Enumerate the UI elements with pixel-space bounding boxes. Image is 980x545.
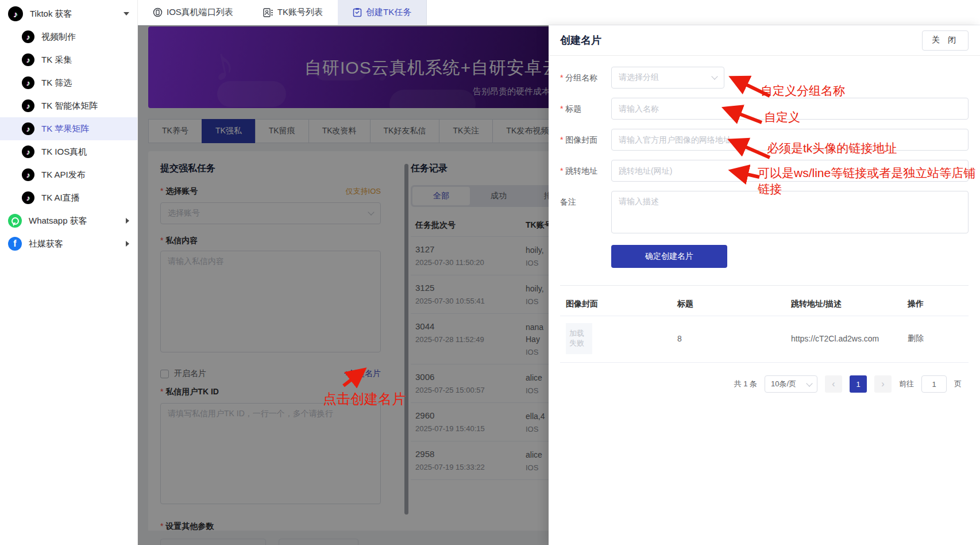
sidebar-item-tiktok-root[interactable]: ♪ Tiktok 获客 [0, 2, 137, 25]
drawer-title: 创建名片 [560, 33, 601, 47]
remark-textarea[interactable] [611, 191, 969, 233]
sidebar-item-tk-agent-matrix[interactable]: ♪ TK 智能体矩阵 [0, 94, 137, 117]
tiktok-icon: ♪ [22, 145, 34, 158]
sidebar-item-social-media[interactable]: f 社媒获客 [0, 232, 137, 255]
tab-create-tk-task[interactable]: 创建TK任务 [338, 0, 427, 25]
goto-unit: 页 [954, 379, 962, 389]
next-page-button[interactable]: › [874, 375, 892, 393]
remark-label: 备注 [560, 191, 611, 236]
col-title: 标题 [677, 299, 791, 309]
card-title-cell: 8 [677, 334, 791, 343]
account-card-icon [263, 8, 273, 17]
sidebar-item-tk-collect[interactable]: ♪ TK 采集 [0, 48, 137, 71]
tab-ios-device-ports[interactable]: IOS真机端口列表 [138, 0, 248, 25]
chevron-right-icon [126, 218, 129, 224]
confirm-create-card-button[interactable]: 确定创建名片 [611, 245, 727, 268]
tiktok-icon: ♪ [22, 122, 34, 135]
col-cover: 图像封面 [560, 299, 677, 309]
chevron-down-icon [711, 73, 717, 79]
card-list-table: 图像封面 标题 跳转地址/描述 操作 加载失败 8 https://cT2Cl.… [560, 293, 969, 363]
pagination: 共 1 条 10条/页 ‹ 1 › 前往 页 [560, 375, 969, 393]
tiktok-icon: ♪ [22, 168, 34, 181]
sidebar-item-tk-api-publish[interactable]: ♪ TK API发布 [0, 163, 137, 186]
annotation-create-card: 点击创建名片 [323, 390, 406, 408]
annotation-title: 自定义 [764, 109, 800, 125]
divider [560, 285, 969, 286]
annotation-jump-url: 可以是ws/line等链接或者是独立站等店铺链接 [758, 165, 977, 197]
cover-load-failed: 加载失败 [566, 323, 592, 354]
top-tab-bar: IOS真机端口列表 TK账号列表 创建TK任务 [138, 0, 980, 25]
jump-url-label: 跳转地址 [560, 160, 611, 182]
goto-page-input[interactable] [921, 375, 947, 393]
task-clipboard-icon [353, 7, 362, 17]
annotation-group-name: 自定义分组名称 [761, 83, 845, 99]
chevron-right-icon [126, 241, 129, 247]
sidebar-item-tk-apple-matrix[interactable]: ♪ TK 苹果矩阵 [0, 117, 137, 140]
whatsapp-icon [8, 214, 22, 228]
card-url-cell: https://cT2Cl.ad2ws.com [791, 334, 908, 343]
device-icon [153, 7, 163, 17]
tiktok-icon: ♪ [22, 76, 34, 89]
col-action: 操作 [908, 299, 969, 309]
chevron-down-icon [806, 380, 812, 386]
tab-tk-account-list[interactable]: TK账号列表 [248, 0, 338, 25]
tiktok-icon: ♪ [22, 53, 34, 66]
delete-button[interactable]: 删除 [908, 333, 924, 343]
table-row: 加载失败 8 https://cT2Cl.ad2ws.com 删除 [560, 316, 969, 363]
prev-page-button[interactable]: ‹ [825, 375, 842, 393]
title-label: 标题 [560, 98, 611, 120]
page-size-select[interactable]: 10条/页 [765, 375, 817, 393]
total-count: 共 1 条 [734, 379, 757, 389]
sidebar-item-label: Tiktok 获客 [30, 9, 72, 20]
facebook-icon: f [8, 237, 22, 251]
col-url: 跳转地址/描述 [791, 299, 908, 309]
sidebar-item-tk-ios-device[interactable]: ♪ TK IOS真机 [0, 140, 137, 163]
sidebar-item-tk-filter[interactable]: ♪ TK 筛选 [0, 71, 137, 94]
close-button[interactable]: 关 闭 [922, 30, 969, 51]
tiktok-icon: ♪ [22, 30, 34, 43]
tiktok-icon: ♪ [22, 191, 34, 204]
goto-label: 前往 [899, 379, 914, 389]
sidebar: ♪ Tiktok 获客 ♪ 视频制作 ♪ TK 采集 ♪ TK 筛选 ♪ TK … [0, 0, 138, 545]
annotation-cover-image: 必须是tk头像的链接地址 [767, 140, 897, 156]
create-card-drawer: 创建名片 关 闭 分组名称 请选择分组 标题 图像封面 跳转地址 备注 [549, 25, 980, 545]
tiktok-icon: ♪ [8, 6, 23, 21]
cover-image-label: 图像封面 [560, 129, 611, 151]
tiktok-icon: ♪ [22, 99, 34, 112]
chevron-down-icon [124, 12, 129, 16]
sidebar-item-video-create[interactable]: ♪ 视频制作 [0, 25, 137, 48]
current-page-button[interactable]: 1 [850, 375, 867, 393]
group-name-label: 分组名称 [560, 67, 611, 89]
sidebar-item-tk-ai-live[interactable]: ♪ TK AI直播 [0, 186, 137, 209]
sidebar-item-whatsapp[interactable]: Whatsapp 获客 [0, 209, 137, 232]
group-select[interactable]: 请选择分组 [611, 67, 724, 89]
